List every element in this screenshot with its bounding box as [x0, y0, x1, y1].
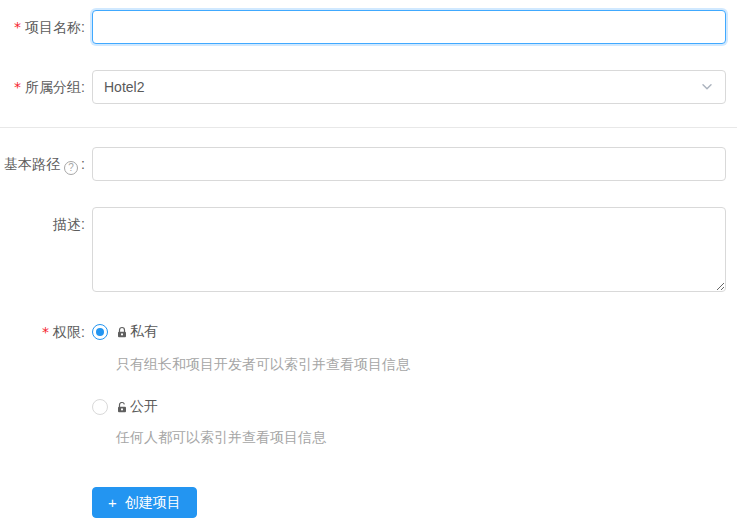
- unlock-icon: [116, 401, 128, 414]
- required-mark: *: [14, 19, 21, 35]
- radio-public-label: 公开: [116, 398, 158, 416]
- project-name-label: *项目名称:: [0, 17, 85, 37]
- required-mark: *: [14, 79, 21, 95]
- group-row: *所属分组: Hotel2: [0, 70, 737, 104]
- radio-private[interactable]: [92, 324, 108, 340]
- base-path-input[interactable]: [92, 147, 726, 181]
- base-path-row: 基本路径?:: [0, 147, 737, 181]
- description-row: 描述:: [0, 207, 737, 292]
- base-path-label: 基本路径?:: [0, 154, 85, 175]
- group-select-value: Hotel2: [104, 79, 144, 95]
- required-mark: *: [42, 324, 49, 340]
- permission-label: *权限:: [0, 322, 85, 342]
- radio-option-private[interactable]: 私有: [92, 322, 726, 342]
- permission-row: *权限: 私有 只有组长和项目开发者可以索引并查看项目信息: [0, 322, 737, 446]
- project-name-row: *项目名称:: [0, 10, 737, 44]
- chevron-down-icon: [702, 84, 712, 90]
- group-select[interactable]: Hotel2: [92, 70, 726, 104]
- radio-private-label: 私有: [116, 323, 158, 341]
- project-name-input[interactable]: [92, 10, 726, 44]
- radio-public[interactable]: [92, 399, 108, 415]
- plus-icon: +: [108, 494, 117, 511]
- description-label: 描述:: [0, 207, 85, 234]
- public-hint: 任何人都可以索引并查看项目信息: [116, 429, 726, 446]
- create-project-button[interactable]: + 创建项目: [92, 487, 197, 518]
- group-label: *所属分组:: [0, 77, 85, 97]
- section-divider: [0, 127, 737, 128]
- radio-option-public[interactable]: 公开: [92, 397, 726, 417]
- question-circle-icon[interactable]: ?: [64, 161, 78, 175]
- create-project-button-label: 创建项目: [125, 494, 181, 512]
- lock-icon: [116, 326, 128, 339]
- private-hint: 只有组长和项目开发者可以索引并查看项目信息: [116, 356, 726, 373]
- create-project-form: *项目名称: *所属分组: Hotel2 基本路径?:: [0, 0, 737, 518]
- description-textarea[interactable]: [92, 207, 726, 292]
